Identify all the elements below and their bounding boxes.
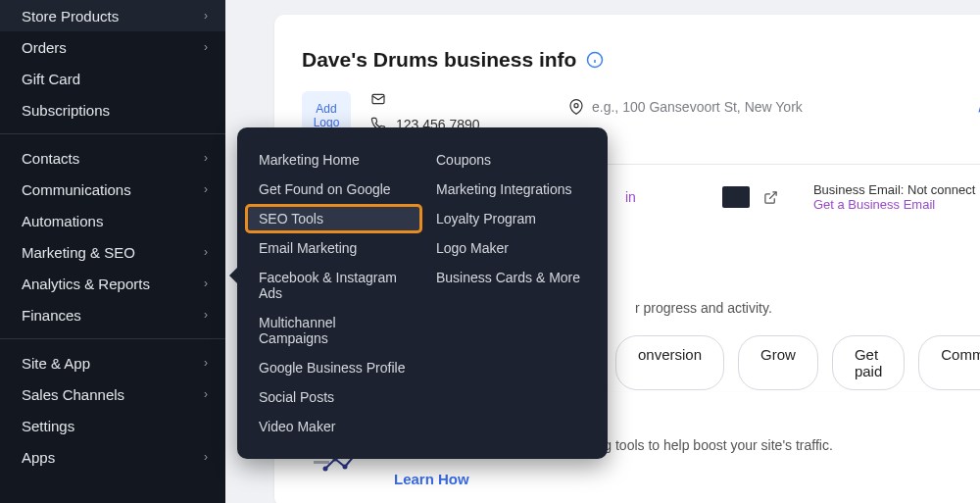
sidebar-item-label: Contacts	[22, 150, 79, 167]
address-line: e.g., 100 Gansevoort St, New York	[568, 99, 803, 115]
domain-suffix[interactable]: in	[625, 189, 636, 205]
contact-column: 123 456 7890	[370, 91, 480, 132]
flyout-item-logo-maker[interactable]: Logo Maker	[422, 233, 600, 263]
chevron-right-icon: ›	[204, 450, 208, 464]
sidebar-item-label: Marketing & SEO	[22, 244, 135, 261]
flyout-item-marketing-integrations[interactable]: Marketing Integrations	[422, 175, 600, 204]
flyout-col-2: Coupons Marketing Integrations Loyalty P…	[422, 145, 600, 441]
sidebar-item-orders[interactable]: Orders ›	[0, 31, 225, 63]
chip-community[interactable]: Community	[918, 335, 980, 390]
svg-point-4	[574, 104, 578, 108]
flyout-columns: Marketing Home Get Found on Google SEO T…	[245, 145, 600, 441]
title-row: Dave's Drums business info	[302, 48, 980, 72]
flyout-item-social-posts[interactable]: Social Posts	[245, 382, 422, 412]
sidebar: Store Products › Orders › Gift Card Subs…	[0, 0, 225, 503]
add-logo-label: Add Logo	[302, 102, 351, 130]
progress-text: r progress and activity.	[635, 300, 980, 316]
sidebar-item-label: Automations	[22, 213, 103, 229]
sidebar-divider	[0, 133, 225, 134]
svg-line-5	[769, 191, 776, 198]
flyout-item-get-found-google[interactable]: Get Found on Google	[245, 175, 422, 204]
svg-rect-9	[314, 461, 329, 464]
chip-conversion[interactable]: onversion	[615, 335, 724, 390]
biz-email-link[interactable]: Get a Business Email	[813, 197, 975, 212]
svg-point-12	[343, 465, 348, 470]
chip-grow[interactable]: Grow	[738, 335, 818, 390]
sidebar-item-label: Analytics & Reports	[22, 276, 150, 292]
chevron-right-icon: ›	[204, 182, 208, 196]
sidebar-item-site-app[interactable]: Site & App ›	[0, 347, 225, 378]
sidebar-item-label: Apps	[22, 449, 55, 466]
flyout-item-seo-tools[interactable]: SEO Tools	[245, 204, 422, 233]
traffic-link[interactable]: Learn How	[394, 471, 833, 487]
info-icon[interactable]	[586, 51, 604, 69]
sidebar-item-automations[interactable]: Automations	[0, 205, 225, 236]
sidebar-item-store-products[interactable]: Store Products ›	[0, 0, 225, 31]
sidebar-item-marketing-seo[interactable]: Marketing & SEO ›	[0, 236, 225, 268]
biz-email-label: Business Email: Not connect	[813, 182, 975, 197]
chevron-right-icon: ›	[204, 308, 208, 322]
biz-email-text: Business Email: Not connect Get a Busine…	[813, 182, 975, 212]
chevron-right-icon: ›	[204, 9, 208, 23]
sidebar-item-analytics-reports[interactable]: Analytics & Reports ›	[0, 268, 225, 299]
external-link-icon[interactable]	[763, 190, 778, 205]
address-placeholder: e.g., 100 Gansevoort St, New York	[592, 99, 803, 115]
page-title: Dave's Drums business info	[302, 48, 576, 72]
sidebar-item-settings[interactable]: Settings	[0, 410, 225, 441]
flyout-item-marketing-home[interactable]: Marketing Home	[245, 145, 422, 175]
flyout-item-multichannel[interactable]: Multichannel Campaigns	[245, 308, 422, 353]
map-pin-icon	[568, 99, 584, 115]
sidebar-item-label: Settings	[22, 418, 74, 434]
sidebar-item-label: Communications	[22, 181, 131, 198]
dark-swatch	[722, 186, 750, 208]
chevron-right-icon: ›	[204, 151, 208, 165]
sidebar-item-apps[interactable]: Apps ›	[0, 441, 225, 473]
chevron-right-icon: ›	[204, 387, 208, 401]
sidebar-item-label: Sales Channels	[22, 386, 124, 403]
flyout-item-business-cards[interactable]: Business Cards & More	[422, 263, 600, 292]
sidebar-item-finances[interactable]: Finances ›	[0, 299, 225, 330]
email-icon	[370, 91, 386, 107]
flyout-item-email-marketing[interactable]: Email Marketing	[245, 233, 422, 263]
flyout-item-video-maker[interactable]: Video Maker	[245, 412, 422, 441]
sidebar-item-sales-channels[interactable]: Sales Channels ›	[0, 378, 225, 410]
chevron-right-icon: ›	[204, 245, 208, 259]
flyout-item-loyalty-program[interactable]: Loyalty Program	[422, 204, 600, 233]
biz-email-section: in Business Email: Not connect Get a Bus…	[625, 182, 975, 212]
sidebar-item-communications[interactable]: Communications ›	[0, 174, 225, 205]
flyout-item-google-business[interactable]: Google Business Profile	[245, 353, 422, 382]
email-line	[370, 91, 480, 107]
sidebar-item-subscriptions[interactable]: Subscriptions	[0, 94, 225, 126]
flyout-col-1: Marketing Home Get Found on Google SEO T…	[245, 145, 422, 441]
svg-point-10	[323, 467, 328, 472]
sidebar-item-label: Finances	[22, 307, 81, 324]
sidebar-item-label: Subscriptions	[22, 102, 110, 119]
sidebar-item-label: Gift Card	[22, 71, 80, 87]
chevron-right-icon: ›	[204, 277, 208, 290]
flyout-item-coupons[interactable]: Coupons	[422, 145, 600, 175]
chip-row: onversion Grow Get paid Community	[615, 335, 980, 390]
sidebar-item-label: Site & App	[22, 355, 90, 372]
flyout-item-fb-instagram-ads[interactable]: Facebook & Instagram Ads	[245, 263, 422, 308]
chip-get-paid[interactable]: Get paid	[832, 335, 905, 390]
chevron-right-icon: ›	[204, 40, 208, 54]
sidebar-item-gift-card[interactable]: Gift Card	[0, 63, 225, 94]
sidebar-divider	[0, 338, 225, 339]
sidebar-item-contacts[interactable]: Contacts ›	[0, 142, 225, 174]
sidebar-item-label: Orders	[22, 39, 67, 56]
chevron-right-icon: ›	[204, 356, 208, 370]
sidebar-item-label: Store Products	[22, 8, 119, 25]
marketing-seo-flyout: Marketing Home Get Found on Google SEO T…	[237, 127, 608, 459]
